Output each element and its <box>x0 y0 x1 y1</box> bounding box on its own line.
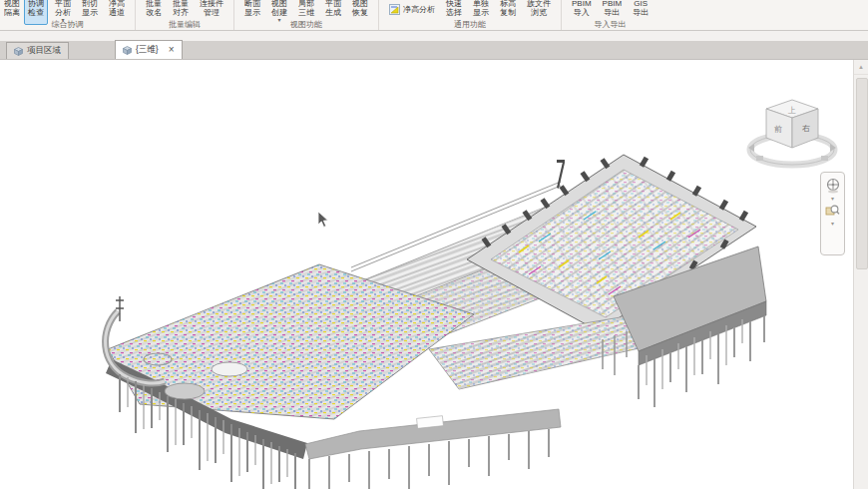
clearance-analysis-icon <box>389 4 400 15</box>
svg-text:上: 上 <box>787 106 796 115</box>
ribbon-toolbar: 视图 隔离 协调 检查 平面 分析 ▾ 剖切 显示 净高 <box>0 0 868 31</box>
ribbon-button-quick-select[interactable]: 快速 选择 <box>442 0 466 19</box>
navigation-bar: ▾ ▾ <box>820 172 845 255</box>
tab-label: {三维} <box>136 44 159 56</box>
steering-wheel-icon[interactable] <box>825 178 841 194</box>
ribbon-button-connector-manage[interactable]: 连接件 管理 <box>196 0 227 19</box>
ribbon-button-batch-align[interactable]: 批量 对齐 <box>169 0 193 19</box>
ribbon-button-level-copy[interactable]: 标高 复制 <box>496 0 520 19</box>
svg-text:前: 前 <box>774 125 782 134</box>
tab-project-area[interactable]: 项目区域 <box>6 42 69 59</box>
chevron-down-icon[interactable]: ▾ <box>831 196 834 202</box>
viewcube-icon: 上 前 右 <box>740 86 844 180</box>
tab-label: 项目区域 <box>27 45 61 57</box>
ribbon-group-label: 批量编辑 <box>136 20 233 29</box>
ribbon-group-import-export: PBIM 导入 PBIM 导出 GIS 导出 导入导出 <box>562 0 658 30</box>
scrollbar-thumb[interactable] <box>856 78 868 269</box>
ribbon-group-coordination: 视图 隔离 协调 检查 平面 分析 ▾ 剖切 显示 净高 <box>0 0 136 30</box>
model-bottom-band <box>305 409 561 459</box>
bim-application-window: 视图 隔离 协调 检查 平面 分析 ▾ 剖切 显示 净高 <box>0 0 868 489</box>
ribbon-group-label: 导入导出 <box>562 20 658 29</box>
ribbon-group-batch-edit: 批量 改名 批量 对齐 连接件 管理 批量编辑 <box>136 0 234 30</box>
ribbon-group-label: 通用功能 <box>379 20 561 29</box>
vertical-scrollbar[interactable]: ▲ <box>853 60 868 489</box>
chevron-down-icon[interactable]: ▾ <box>831 221 834 227</box>
ribbon-group-general: 净高分析 快速 选择 单独 显示 标高 复制 族文件 浏览 <box>379 0 562 30</box>
ribbon-button-clearance-analysis[interactable]: 净高分析 <box>385 0 439 19</box>
drawing-canvas[interactable]: 上 前 右 ▾ ▾ ▲ <box>0 60 868 489</box>
ribbon-button-gis-export[interactable]: GIS 导出 <box>629 0 652 19</box>
viewcube[interactable]: 上 前 右 <box>740 86 844 180</box>
ribbon-button-pbim-import[interactable]: PBIM 导入 <box>568 0 596 19</box>
ribbon-group-label: 视图功能 <box>234 20 378 29</box>
ribbon-button-batch-rename[interactable]: 批量 改名 <box>142 0 166 19</box>
mouse-cursor <box>315 210 329 230</box>
zoom-region-icon[interactable] <box>825 204 840 219</box>
ribbon-button-show-alone[interactable]: 单独 显示 <box>469 0 493 19</box>
ribbon-group-view-functions: 断面 显示 视图 创建 ▾ 局部 三维 平面 生成 视图 <box>234 0 379 30</box>
scroll-up-icon[interactable]: ▲ <box>854 60 868 75</box>
view-tab-bar: 项目区域 {三维} × <box>0 41 868 60</box>
ribbon-button-family-browser[interactable]: 族文件 浏览 <box>523 0 555 19</box>
model-3d-view <box>0 60 853 489</box>
close-icon[interactable]: × <box>169 45 175 55</box>
view-icon <box>14 47 23 56</box>
ribbon-button-pbim-export[interactable]: PBIM 导出 <box>599 0 627 19</box>
ribbon-group-label: 综合协调 <box>0 20 135 29</box>
view-icon <box>123 46 132 55</box>
svg-text:右: 右 <box>802 124 810 133</box>
tab-3d-view[interactable]: {三维} × <box>115 40 183 59</box>
